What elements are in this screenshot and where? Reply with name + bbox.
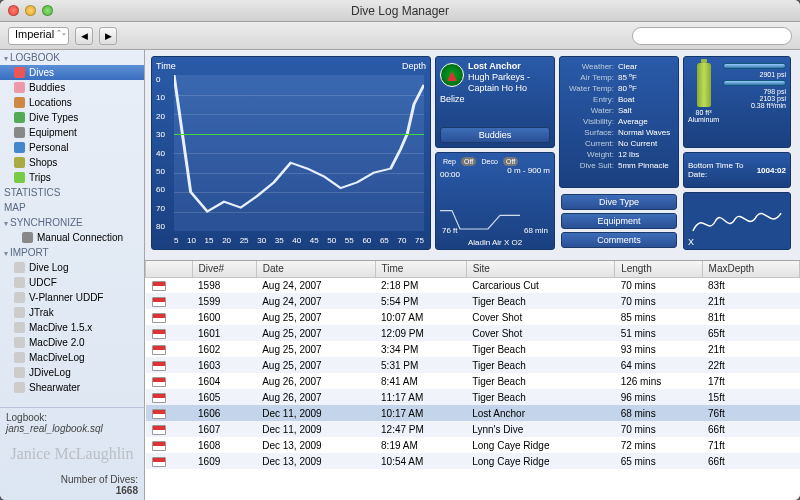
sidebar-item[interactable]: Trips [0,170,144,185]
sidebar-item[interactable]: Dive Log [0,260,144,275]
sidebar-item-icon [14,292,25,303]
sidebar-item-icon [14,382,25,393]
table-row[interactable]: 1608Dec 13, 20098:19 AMLong Caye Ridge72… [146,437,800,453]
minimize-icon[interactable] [25,5,36,16]
sidebar-item-label: MacDiveLog [29,352,85,363]
flag-icon [152,313,166,323]
dive-table[interactable]: Dive#DateTimeSiteLengthMaxDepth 1598Aug … [145,260,800,500]
sidebar-item[interactable]: Shearwater [0,380,144,395]
sidebar-item-label: Dive Types [29,112,78,123]
bottom-time-label: Bottom Time To Date: [688,161,757,179]
sidebar-item[interactable]: Shops [0,155,144,170]
flag-icon [152,393,166,403]
dive-type-button[interactable]: Dive Type [561,194,677,210]
sidebar-item-icon [14,352,25,363]
profile-chart[interactable]: 39 ft [174,75,424,231]
sidebar-item[interactable]: Manual Connection [0,230,144,245]
column-header[interactable]: Time [375,261,466,277]
sidebar-section[interactable]: STATISTICS [0,185,144,200]
table-row[interactable]: 1604Aug 26, 20078:41 AMTiger Beach126 mi… [146,373,800,389]
column-header[interactable]: Dive# [192,261,256,277]
sidebar-item-icon [14,112,25,123]
nav-prev-button[interactable]: ◀ [75,27,93,45]
sidebar-item[interactable]: Equipment [0,125,144,140]
site-operator: Hugh Parkeys - Captain Ho Ho [468,72,530,93]
sidebar-item[interactable]: Dive Types [0,110,144,125]
sidebar-section[interactable]: MAP [0,200,144,215]
column-header[interactable] [146,261,193,277]
sidebar-item[interactable]: Locations [0,95,144,110]
buddies-button[interactable]: Buddies [440,127,550,143]
sidebar-item[interactable]: Personal [0,140,144,155]
table-row[interactable]: 1609Dec 13, 200910:54 AMLong Caye Ridge6… [146,453,800,469]
table-row[interactable]: 1605Aug 26, 200711:17 AMTiger Beach96 mi… [146,389,800,405]
sidebar-item-label: Equipment [29,127,77,138]
computer-model: Aladin Air X O2 [436,238,554,247]
sidebar-item[interactable]: V-Planner UDDF [0,290,144,305]
sidebar-item[interactable]: Dives [0,65,144,80]
sidebar-item-label: JTrak [29,307,54,318]
dive-count-label: Number of Dives: [61,474,138,485]
sidebar-item[interactable]: MacDive 1.5.x [0,320,144,335]
column-header[interactable]: Length [615,261,702,277]
table-row[interactable]: 1607Dec 11, 200912:47 PMLynn's Dive70 mi… [146,421,800,437]
dive-count: 1668 [116,485,138,496]
table-row[interactable]: 1601Aug 25, 200712:09 PMCover Shot51 min… [146,325,800,341]
window-title: Dive Log Manager [0,4,800,18]
sidebar-header[interactable]: SYNCHRONIZE [0,215,144,230]
sidebar-item-label: Trips [29,172,51,183]
sidebar-item-icon [14,277,25,288]
sidebar-item-label: Buddies [29,82,65,93]
column-header[interactable]: Date [256,261,375,277]
table-row[interactable]: 1606Dec 11, 200910:17 AMLost Anchor68 mi… [146,405,800,421]
search-input[interactable] [632,27,792,45]
column-header[interactable]: Site [466,261,614,277]
sidebar-item[interactable]: JDiveLog [0,365,144,380]
owner-signature: Janice McLaughlin [6,437,138,471]
sidebar-item-icon [14,307,25,318]
sidebar-item-label: Personal [29,142,68,153]
conditions-card: Weather:ClearAir Temp:85 ºFWater Temp:80… [559,56,679,188]
sidebar-item[interactable]: MacDiveLog [0,350,144,365]
sidebar-item-label: Dives [29,67,54,78]
equipment-button[interactable]: Equipment [561,213,677,229]
sidebar-item[interactable]: UDCF [0,275,144,290]
sidebar-item[interactable]: JTrak [0,305,144,320]
sidebar-item-icon [14,367,25,378]
nav-next-button[interactable]: ▶ [99,27,117,45]
table-row[interactable]: 1602Aug 25, 20073:34 PMTiger Beach93 min… [146,341,800,357]
close-icon[interactable] [8,5,19,16]
sidebar-item-icon [14,97,25,108]
column-header[interactable]: MaxDepth [702,261,799,277]
site-name: Lost Anchor [468,61,521,71]
sidebar-item-icon [22,232,33,243]
flag-icon [152,377,166,387]
tank-gauge [723,80,786,86]
flag-icon [152,457,166,467]
deco-toggle[interactable]: Off [503,157,518,166]
sidebar-item[interactable]: Buddies [0,80,144,95]
comments-button[interactable]: Comments [561,232,677,248]
sidebar-header[interactable]: IMPORT [0,245,144,260]
sidebar-item-icon [14,157,25,168]
flag-icon [152,345,166,355]
zoom-icon[interactable] [42,5,53,16]
sidebar-header[interactable]: LOGBOOK [0,50,144,65]
units-select[interactable]: Imperial [8,27,69,45]
table-row[interactable]: 1603Aug 25, 20075:31 PMTiger Beach64 min… [146,357,800,373]
profile-time-label: Time [156,61,176,71]
signature-card: X [683,192,791,250]
flag-icon [152,281,166,291]
table-row[interactable]: 1599Aug 24, 20075:54 PMTiger Beach70 min… [146,293,800,309]
sidebar-item[interactable]: MacDive 2.0 [0,335,144,350]
table-row[interactable]: 1598Aug 24, 20072:18 PMCarcarious Cut70 … [146,277,800,293]
profile-depth-label: Depth [402,61,426,71]
table-row[interactable]: 1600Aug 25, 200710:07 AMCover Shot85 min… [146,309,800,325]
sidebar-item-label: Manual Connection [37,232,123,243]
sidebar-item-icon [14,67,25,78]
computer-card: Rep Off Deco Off 0 m - 900 m 00:00 76 ft… [435,152,555,250]
sidebar-item-label: MacDive 2.0 [29,337,85,348]
sidebar-item-icon [14,262,25,273]
sidebar-item-label: Shearwater [29,382,80,393]
rep-toggle[interactable]: Off [461,157,476,166]
